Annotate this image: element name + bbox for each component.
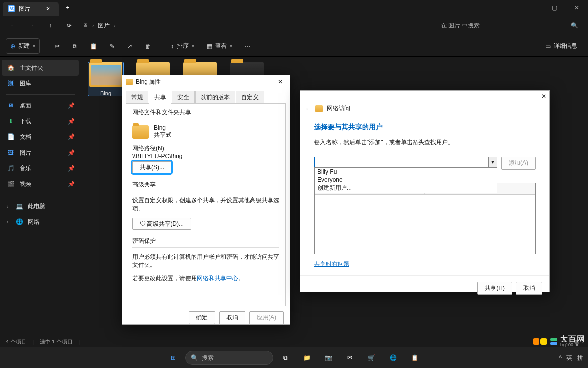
folder-icon <box>315 105 323 112</box>
close-window-button[interactable]: ✕ <box>565 0 588 16</box>
sort-button[interactable]: ↕ 排序 ▾ <box>166 38 199 54</box>
window-tab[interactable]: 🖼 图片 ✕ <box>3 2 59 16</box>
taskbar-app[interactable]: 🌐 <box>383 348 403 368</box>
new-button[interactable]: ⊕ 新建 ▾ <box>6 38 40 54</box>
advanced-share-button[interactable]: 🛡 高级共享(D)... <box>132 218 191 230</box>
chevron-down-icon: ▾ <box>33 43 35 49</box>
pin-icon: 📌 <box>68 181 75 187</box>
share-button[interactable]: ↗ <box>122 38 137 54</box>
tray-chevron-icon[interactable]: ^ <box>559 354 562 361</box>
maximize-button[interactable]: ▢ <box>543 0 565 16</box>
details-pane-button[interactable]: ▭ 详细信息 <box>540 38 582 54</box>
cut-icon: ✂ <box>55 43 60 50</box>
share-button[interactable]: 共享(H) <box>477 282 512 295</box>
tab-custom[interactable]: 自定义 <box>236 91 264 104</box>
rename-button[interactable]: ✎ <box>105 38 120 54</box>
sidebar-item-downloads[interactable]: ⬇下载📌 <box>0 113 81 129</box>
minimize-button[interactable]: — <box>520 0 543 16</box>
tab-previous[interactable]: 以前的版本 <box>195 91 235 104</box>
watermark-url: big100.net <box>560 343 585 347</box>
user-input[interactable] <box>315 157 488 167</box>
cancel-button[interactable]: 取消 <box>219 311 245 324</box>
ok-button[interactable]: 确定 <box>189 311 215 324</box>
sidebar-item-desktop[interactable]: 🖥桌面📌 <box>0 98 81 113</box>
sort-icon: ↕ <box>171 43 174 50</box>
dialog-title: Bing 属性 <box>136 78 161 86</box>
back-button[interactable]: ← <box>305 105 311 112</box>
taskbar-app[interactable]: 📋 <box>405 348 424 368</box>
music-icon: 🎵 <box>7 165 15 172</box>
trouble-link[interactable]: 共享时有问题 <box>314 261 349 267</box>
network-center-link[interactable]: 网络和共享中心 <box>197 275 238 282</box>
shield-icon: 🛡 <box>140 220 146 227</box>
add-button[interactable]: 添加(A) <box>501 157 536 170</box>
separator <box>45 41 45 52</box>
sidebar-home[interactable]: 🏠 主文件夹 <box>2 60 79 76</box>
file-label: Bing <box>100 90 111 96</box>
folder-icon <box>132 125 149 139</box>
taskbar-app[interactable]: 🛒 <box>362 348 381 368</box>
sidebar-item-videos[interactable]: 🎬视频📌 <box>0 176 81 192</box>
taskbar-app[interactable]: 📁 <box>297 348 317 368</box>
tab-security[interactable]: 安全 <box>172 91 195 104</box>
cancel-button[interactable]: 取消 <box>516 282 542 295</box>
properties-dialog: Bing 属性 ✕ 常规 共享 安全 以前的版本 自定义 网络文件和文件夹共享 … <box>122 75 290 325</box>
dropdown-option[interactable]: Everyone <box>315 176 497 184</box>
location-label: 图片 <box>98 22 110 30</box>
user-combo[interactable]: ▾ <box>314 157 497 167</box>
cut-button[interactable]: ✂ <box>50 38 65 54</box>
home-icon: 🏠 <box>7 64 15 71</box>
task-view-button[interactable]: ⧉ <box>275 348 295 368</box>
refresh-button[interactable]: ⟳ <box>61 18 77 33</box>
details-icon: ▭ <box>545 43 551 50</box>
start-button[interactable]: ⊞ <box>164 348 183 368</box>
sidebar-item-documents[interactable]: 📄文档📌 <box>0 129 81 145</box>
folder-name: Bing <box>154 124 172 131</box>
up-button[interactable]: ↑ <box>42 18 59 33</box>
close-icon[interactable]: ✕ <box>541 93 546 100</box>
dialog-heading: 选择要与其共享的用户 <box>314 123 536 131</box>
more-button[interactable]: ⋯ <box>240 38 256 54</box>
copy-button[interactable]: ⧉ <box>68 38 82 54</box>
folder-bing[interactable]: Bing <box>88 62 124 96</box>
dialog-title: 网络访问 <box>327 105 350 113</box>
view-button[interactable]: ▦ 查看 ▾ <box>202 38 237 54</box>
document-icon: 📄 <box>7 133 15 140</box>
tab-general[interactable]: 常规 <box>126 91 148 104</box>
ime-language[interactable]: 英 <box>566 354 572 362</box>
delete-button[interactable]: 🗑 <box>140 38 156 54</box>
network-path-value: \\BILLYFU-PC\Bing <box>132 153 279 159</box>
back-button[interactable]: ← <box>5 18 22 33</box>
pin-icon: 📌 <box>68 149 75 156</box>
trash-icon: 🗑 <box>145 43 151 50</box>
share-button[interactable]: 共享(S)... <box>132 161 172 173</box>
tab-title: 图片 <box>19 5 30 13</box>
ime-mode[interactable]: 拼 <box>577 354 583 362</box>
chevron-down-icon[interactable]: ▾ <box>488 157 497 167</box>
sidebar-item-music[interactable]: 🎵音乐📌 <box>0 160 81 176</box>
search-input[interactable]: 在 图片 中搜索 🔍 <box>436 18 583 33</box>
share-status: 共享式 <box>154 131 172 139</box>
taskbar-app[interactable]: ✉ <box>340 348 360 368</box>
sidebar-network[interactable]: ›🌐网络 <box>0 214 81 230</box>
paste-button[interactable]: 📋 <box>85 38 102 54</box>
dropdown-option[interactable]: 创建新用户... <box>315 184 497 193</box>
section-label: 网络文件和文件夹共享 <box>132 108 279 117</box>
sidebar-this-pc[interactable]: ›💻此电脑 <box>0 198 81 214</box>
sidebar-gallery[interactable]: 🖼 图库 <box>0 76 81 91</box>
breadcrumb[interactable]: 🖥 › 图片 › <box>82 22 116 30</box>
taskbar-search[interactable]: 🔍搜索 <box>185 351 273 365</box>
tab-sharing[interactable]: 共享 <box>149 91 172 104</box>
new-tab-button[interactable]: + <box>61 0 74 16</box>
gallery-icon: 🖼 <box>7 80 15 87</box>
apply-button[interactable]: 应用(A) <box>249 311 284 324</box>
separator-icon: › <box>92 22 94 29</box>
forward-button[interactable]: → <box>24 18 40 33</box>
dropdown-option[interactable]: Billy Fu <box>315 168 497 176</box>
sidebar-item-pictures[interactable]: 🖼图片📌 <box>0 145 81 160</box>
close-icon[interactable]: ✕ <box>275 79 286 85</box>
taskbar-app[interactable]: 📷 <box>318 348 338 368</box>
folder-icon <box>89 62 122 87</box>
pin-icon: 📌 <box>68 102 75 109</box>
close-tab-icon[interactable]: ✕ <box>44 5 52 13</box>
